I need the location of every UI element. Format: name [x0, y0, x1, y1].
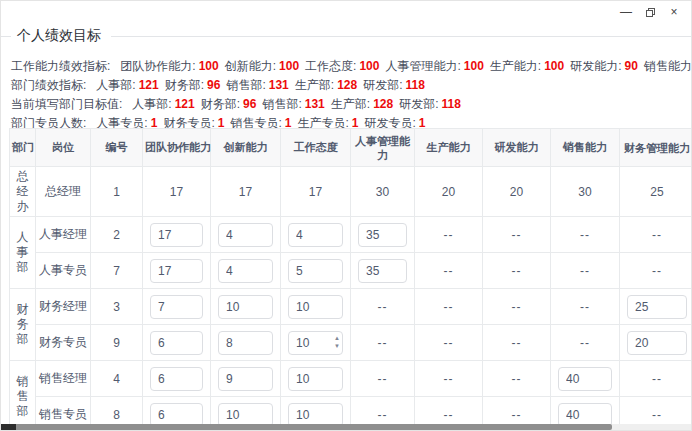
static-value: 17	[170, 185, 183, 199]
close-button[interactable]: ×	[665, 3, 683, 21]
column-header: 岗位	[36, 129, 91, 167]
metric-label: 财务部:	[165, 78, 204, 92]
goal-input[interactable]	[218, 403, 273, 427]
metric-value: 118	[406, 78, 425, 92]
spinner-up-icon[interactable]: ▲	[334, 334, 340, 342]
goal-input[interactable]	[218, 367, 273, 391]
empty-value: --	[580, 300, 590, 314]
goal-input[interactable]	[358, 223, 407, 247]
goal-input[interactable]	[627, 295, 687, 319]
spinner-down-icon[interactable]: ▼	[334, 342, 340, 350]
static-value: 20	[442, 185, 455, 199]
empty-value: --	[378, 408, 388, 422]
metric-label: 财务部:	[201, 97, 240, 111]
empty-value: --	[512, 408, 522, 422]
metric-value: 128	[337, 78, 357, 92]
empty-value: --	[512, 228, 522, 242]
goal-input[interactable]	[150, 403, 203, 427]
column-header: 部门	[10, 129, 36, 167]
ability-cell	[351, 217, 415, 253]
goal-input[interactable]	[150, 367, 203, 391]
metric-line-prefix: 部门绩效指标:	[11, 78, 86, 92]
goal-input[interactable]	[150, 259, 203, 283]
goal-input[interactable]	[150, 295, 203, 319]
goal-input[interactable]	[288, 259, 343, 283]
metric-label: 团队协作能力:	[120, 59, 195, 73]
ability-cell: 20	[415, 167, 483, 217]
metric-line-prefix: 工作能力绩效指标:	[11, 59, 110, 73]
metric-value: 128	[373, 97, 393, 111]
ability-cell: --	[620, 253, 692, 289]
section-divider: 个人绩效目标	[1, 1, 691, 45]
ability-cell	[143, 217, 211, 253]
goal-input[interactable]	[288, 403, 343, 427]
dept-cell: 销售部	[10, 361, 36, 431]
goal-input[interactable]	[218, 223, 273, 247]
ability-cell: 17	[143, 167, 211, 217]
metric-label: 销售部:	[226, 78, 265, 92]
horizontal-scrollbar-thumb[interactable]	[1, 424, 612, 430]
ability-cell	[211, 217, 281, 253]
ability-cell	[143, 325, 211, 361]
column-header: 生产能力	[415, 129, 483, 167]
metric-value: 131	[305, 97, 325, 111]
metric-summary: 工作能力绩效指标:团队协作能力:100创新能力:100工作态度:100人事管理能…	[1, 45, 691, 133]
restore-button[interactable]	[641, 3, 659, 21]
ability-cell	[211, 361, 281, 397]
position-cell: 销售经理	[36, 361, 91, 397]
horizontal-scrollbar[interactable]	[1, 424, 692, 430]
ability-cell	[281, 289, 351, 325]
ability-cell: --	[415, 289, 483, 325]
table-row: 财务专员9▲▼--------	[10, 325, 692, 361]
goal-input-wrap	[218, 259, 273, 283]
ability-cell: 17	[281, 167, 351, 217]
goal-input[interactable]	[288, 223, 343, 247]
id-cell: 3	[91, 289, 143, 325]
metric-value: 96	[243, 97, 256, 111]
ability-cell: 30	[551, 167, 620, 217]
goal-input-wrap	[558, 367, 612, 391]
goal-input[interactable]	[558, 367, 612, 391]
minimize-button[interactable]: —	[617, 3, 635, 21]
ability-cell: --	[415, 253, 483, 289]
column-header: 工作态度	[281, 129, 351, 167]
ability-cell: --	[415, 325, 483, 361]
column-header: 编号	[91, 129, 143, 167]
metric-line-prefix: 当前填写部门目标值:	[11, 97, 122, 111]
position-cell: 人事专员	[36, 253, 91, 289]
ability-cell	[143, 361, 211, 397]
ability-cell: --	[483, 361, 551, 397]
goal-input-wrap	[218, 367, 273, 391]
goal-input[interactable]	[218, 295, 273, 319]
goal-input[interactable]	[218, 331, 273, 355]
goal-input[interactable]	[558, 403, 612, 427]
id-cell: 9	[91, 325, 143, 361]
static-value: 20	[510, 185, 523, 199]
goal-input[interactable]	[218, 259, 273, 283]
metric-label: 生产部:	[331, 97, 370, 111]
goals-table: 部门岗位编号团队协作能力创新能力工作态度人事管理能力生产能力研发能力销售能力财务…	[9, 128, 692, 431]
goal-input[interactable]	[150, 331, 203, 355]
goal-input-wrap	[358, 259, 407, 283]
goal-input[interactable]	[288, 367, 343, 391]
empty-value: --	[444, 336, 454, 350]
metric-value: 96	[207, 78, 220, 92]
goals-table-viewport: 部门岗位编号团队协作能力创新能力工作态度人事管理能力生产能力研发能力销售能力财务…	[9, 128, 692, 431]
goal-input[interactable]	[288, 295, 343, 319]
goal-input[interactable]	[358, 259, 407, 283]
empty-value: --	[512, 372, 522, 386]
number-spinner[interactable]: ▲▼	[334, 334, 340, 350]
close-icon: ×	[670, 5, 677, 19]
divider-line-left	[1, 36, 11, 37]
empty-value: --	[652, 228, 662, 242]
goal-input[interactable]	[627, 331, 687, 355]
goal-input-wrap	[288, 367, 343, 391]
goal-input-wrap	[150, 331, 203, 355]
ability-cell	[281, 361, 351, 397]
table-row: 财务部财务经理3--------	[10, 289, 692, 325]
column-header: 销售能力	[551, 129, 620, 167]
goal-input-wrap	[218, 403, 273, 427]
position-cell: 人事经理	[36, 217, 91, 253]
goal-input[interactable]	[150, 223, 203, 247]
ability-cell: --	[351, 325, 415, 361]
